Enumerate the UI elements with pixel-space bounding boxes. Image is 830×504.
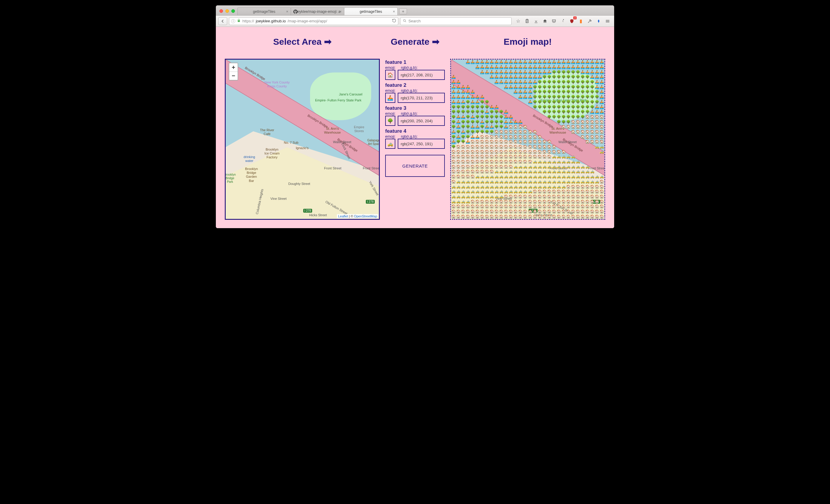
page-body: Select Area ➡ Generate ➡ Emoji map! [216,27,614,228]
tabs: getImageTiles × joeyklee/map-image-emoji… [237,7,397,15]
download-icon[interactable] [533,18,539,24]
emoji-input[interactable]: 🌳 [385,116,395,126]
poi-no7: No. 7 Sub [284,141,298,145]
street-vine: Vine Street [270,197,287,200]
label-emoji: emoji: [385,88,395,93]
feature-title: feature 2 [385,82,445,88]
emoji-input[interactable]: 🚣 [385,93,395,103]
runner-icon[interactable] [560,18,566,24]
label-emoji: emoji: [385,65,395,70]
minimize-window-button[interactable] [225,9,229,13]
window-controls [218,9,237,15]
emoji-input[interactable]: 🏠 [385,70,395,80]
map-select-area[interactable]: Brooklyn Bridge Brooklyn Bridge Brooklyn… [225,59,380,220]
url-scheme: https:// [243,19,254,23]
feature-row: 🌳 rgb(200, 250, 204) [385,116,445,126]
star-icon[interactable]: ☆ [515,18,521,24]
route-shield-i278: I 278 [303,209,312,213]
tab-close-icon[interactable]: × [339,9,342,14]
map-emoji-output: Brooklyn Bridge Brooklyn Bridge Empire- … [450,59,605,220]
url-host: joeyklee.github.io [256,19,286,23]
feature-block-2: feature 2 emoji: rgb(r,g,b): 🚣 rgb(170, … [385,82,445,103]
pocket-icon[interactable] [551,18,557,24]
feature-block-1: feature 1 emoji: rgb(r,g,b): 🏠 rgb(217, … [385,59,445,80]
feature-title: feature 3 [385,105,445,111]
arrow-right-icon: ➡ [324,36,331,47]
tab-favicon [347,9,351,14]
toolbar: i https://joeyklee.github.io/map-image-e… [216,15,614,27]
map-canvas[interactable]: Brooklyn Bridge Brooklyn Bridge Brooklyn… [226,60,379,219]
poi-empire-stores: Empire Stores [354,125,364,133]
zoom-out-button[interactable]: − [229,71,237,80]
street-front: Front Street [363,166,380,170]
street-front: Front Street [324,166,341,170]
rgb-input[interactable]: rgb(217, 208, 201) [398,70,445,80]
url-bar[interactable]: i https://joeyklee.github.io/map-image-e… [229,17,398,25]
attribution-sep: | © [348,214,354,218]
emoji-input[interactable]: 🚕 [385,139,395,149]
github-icon [293,9,297,14]
zoom-in-button[interactable]: + [229,63,237,71]
columns: Select Area ➡ Generate ➡ Emoji map! [219,32,611,220]
menu-icon[interactable] [605,18,611,24]
feature-row: 🏠 rgb(217, 208, 201) [385,70,445,80]
tab-getimagetiles-2[interactable]: getImageTiles × [344,7,398,15]
leaflet-link[interactable]: Leaflet [338,214,348,218]
park-label-janes: Jane's Carousel [339,92,362,96]
street-doughty: Doughty Street [288,182,310,186]
poi-ice-cream: Brooklyn Ice Cream Factory [264,148,280,160]
poi-river-cafe: The River Café [260,128,274,136]
route-shield-i278: I 278 [366,200,375,204]
browser-window: getImageTiles × joeyklee/map-image-emoji… [216,5,614,228]
home-icon[interactable] [542,18,548,24]
svg-point-0 [403,20,406,22]
feature-block-3: feature 3 emoji: rgb(r,g,b): 🌳 rgb(200, … [385,105,445,126]
rgb-input[interactable]: rgb(247, 250, 191) [398,139,445,149]
site-info-icon[interactable]: i [231,19,235,23]
eyedropper-icon[interactable] [587,18,593,24]
rgb-input[interactable]: rgb(200, 250, 204) [398,116,445,126]
ublock-icon[interactable] [569,18,575,24]
new-tab-button[interactable]: + [399,8,407,14]
close-window-button[interactable] [219,9,223,13]
extension-orange-icon[interactable]: ▮ [578,18,584,24]
heading-emoji-map: Emoji map! [450,32,605,53]
poi-drinking-water: drinking water [244,155,255,163]
poi-stann: St. Ann's Warehouse [324,127,341,134]
zoom-control: + − [229,63,238,81]
arrow-right-icon: ➡ [432,36,440,47]
tab-github-repo[interactable]: joeyklee/map-image-emoji: a × [291,7,344,15]
heading-select-area: Select Area ➡ [225,32,380,53]
feature-row: 🚣 rgb(170, 211, 223) [385,93,445,103]
clipboard-icon[interactable] [524,18,530,24]
generate-button[interactable]: GENERATE [385,155,445,177]
heading-text: Emoji map! [504,37,552,47]
feature-labels: emoji: rgb(r,g,b): [385,111,445,116]
label-rgb: rgb(r,g,b): [401,88,418,93]
label-emoji: emoji: [385,111,395,116]
feature-labels: emoji: rgb(r,g,b): [385,65,445,70]
tab-close-icon[interactable]: × [393,9,395,14]
poi-bklyn-park: Brooklyn Bridge Park [225,173,236,184]
tab-title: getImageTiles [253,9,276,14]
tab-title: joeyklee/map-image-emoji: a [294,9,340,14]
poi-galapagos: Galapagos Art Space [367,139,380,146]
label-emoji: emoji: [385,134,395,139]
heading-generate: Generate ➡ [385,32,445,53]
extension-blue-icon[interactable] [596,18,602,24]
tab-getimagetiles-1[interactable]: getImageTiles × [237,7,291,15]
osm-link[interactable]: OpenStreetMap [354,214,377,218]
back-button[interactable] [218,17,227,25]
street-hicks: Hicks Street [309,213,327,217]
label-rgb: rgb(r,g,b): [401,134,418,139]
feature-title: feature 1 [385,59,445,65]
features-panel: feature 1 emoji: rgb(r,g,b): 🏠 rgb(217, … [385,59,445,220]
tab-close-icon[interactable]: × [286,9,288,14]
poi-garden-bar: Brooklyn Bridge Garden Bar [245,167,258,183]
maximize-window-button[interactable] [231,9,235,13]
feature-row: 🚕 rgb(247, 250, 191) [385,139,445,149]
search-bar[interactable]: Search [400,17,512,25]
rgb-input[interactable]: rgb(170, 211, 223) [398,93,445,103]
search-placeholder: Search [409,19,421,23]
reload-icon[interactable] [392,19,396,24]
